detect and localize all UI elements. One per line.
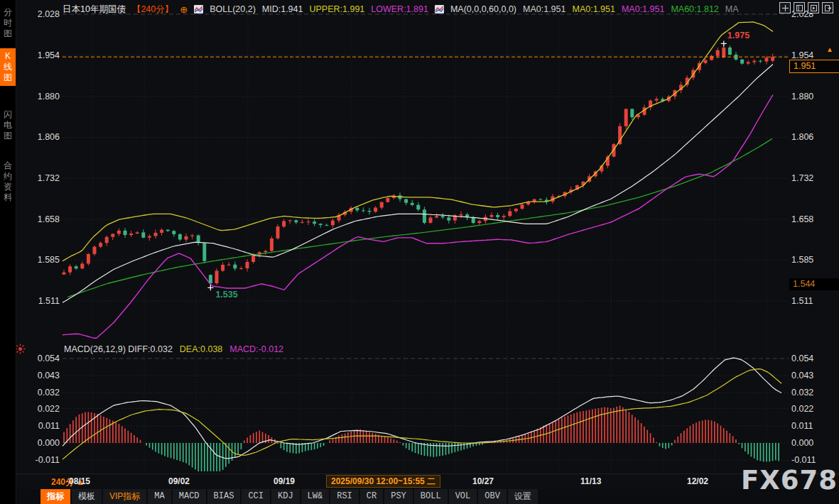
toolbar-btn-设置[interactable]: 设置 <box>508 489 538 504</box>
overlay-lines <box>63 22 773 338</box>
sidebar-tab-2[interactable]: K 线 图 <box>0 48 16 86</box>
toolbar-btn-VIP指标[interactable]: VIP指标 <box>103 489 146 504</box>
ma-value-4: MA60:1.812 <box>671 4 718 14</box>
indicator-burst-icon[interactable] <box>15 344 26 354</box>
price-tick-left-3: 1.806 <box>20 132 60 142</box>
price-tick-right-5: 1.658 <box>791 214 813 224</box>
trading-app-window: 分 时 图K 线 图闪 电 图合 约 资 料 日本10年期国债 【240分】 ⊕… <box>0 0 839 504</box>
date-label-1: 08/15 <box>69 476 90 486</box>
toolbar-btn-BOLL[interactable]: BOLL <box>414 489 448 504</box>
panel-left-icon[interactable] <box>794 2 805 13</box>
price-tick-left-6: 1.585 <box>20 255 60 265</box>
macd-tick-right-0: 0.054 <box>791 354 813 363</box>
sidebar-tab-1[interactable]: 分 时 图 <box>0 4 16 42</box>
macd-histogram <box>63 405 779 471</box>
ma-label: MA(0,0,0,60,0,0) <box>450 4 516 14</box>
price-tick-right-1: 1.954 <box>791 50 813 60</box>
price-tick-left-5: 1.658 <box>20 214 60 224</box>
boll-mid-value: MID:1.941 <box>262 4 303 14</box>
macd-tick-left-5: 0.000 <box>20 438 60 448</box>
toolbar-btn-模板[interactable]: 模板 <box>72 489 102 504</box>
high-price-annotation: 1.975 <box>727 31 749 40</box>
date-label-2: 09/02 <box>168 476 190 486</box>
toolbar-btn-LW&[interactable]: LW& <box>301 489 330 504</box>
boll-label: BOLL(20,2) <box>210 4 256 14</box>
ma-value-5: MA <box>725 4 739 14</box>
macd-diff-value: MACD(26,12,9) DIFF:0.032 <box>64 344 173 354</box>
date-label-5: 11/13 <box>580 476 601 486</box>
ma-values: MA0:1.951MA0:1.951MA0:1.951MA60:1.812MA <box>523 4 739 14</box>
date-label-3: 09/19 <box>274 476 295 486</box>
period-label: 【240分】 <box>132 4 173 16</box>
indicator-toolbar: 指标模板VIP指标MAMACDBIASCCIKDJLW&RSICRPSYBOLL… <box>0 489 839 504</box>
ma-indicator-icon[interactable] <box>435 5 444 13</box>
boll-indicator-icon[interactable] <box>194 5 203 13</box>
panel-out-icon[interactable] <box>822 2 833 13</box>
high-marker <box>721 40 727 46</box>
boll-lower-value: LOWER:1.891 <box>371 4 428 14</box>
indicator-legend-bar: 日本10年期国债 【240分】 ⊕ BOLL(20,2) MID:1.941 U… <box>63 3 739 16</box>
candles <box>63 43 775 287</box>
sidebar-tab-3[interactable]: 闪 电 图 <box>0 106 16 144</box>
low-price-annotation: 1.535 <box>215 290 237 300</box>
ma-value-2: MA0:1.951 <box>572 4 615 14</box>
date-label-4: 10/27 <box>472 476 494 486</box>
toolbar-btn-PSY[interactable]: PSY <box>384 489 413 504</box>
fx678-watermark: FX678 <box>741 465 838 495</box>
price-tick-right-3: 1.806 <box>791 132 813 142</box>
date-label-6: 12/02 <box>687 476 708 486</box>
macd-dea-value: DEA:0.038 <box>180 344 222 354</box>
macd-tick-left-0: 0.054 <box>20 354 60 363</box>
toolbar-btn-MACD[interactable]: MACD <box>173 489 206 504</box>
toolbar-btn-VOL[interactable]: VOL <box>449 489 477 504</box>
chart-type-sidebar: 分 时 图K 线 图闪 电 图合 约 资 料 <box>0 0 16 504</box>
toolbar-btn-CCI[interactable]: CCI <box>242 489 270 504</box>
chart-svg <box>0 0 839 504</box>
highlighted-time-range[interactable]: 2025/09/30 12:00~15:55 二 <box>326 475 440 488</box>
crosshair-icon[interactable] <box>779 2 791 13</box>
chart-canvas[interactable] <box>0 0 839 504</box>
macd-tick-left-3: 0.022 <box>20 404 60 414</box>
macd-tick-right-2: 0.032 <box>791 388 813 398</box>
low-price-box: 1.544 <box>789 278 839 290</box>
panel-play-icon[interactable] <box>808 2 819 13</box>
price-tick-right-6: 1.585 <box>791 255 813 265</box>
time-axis: 240分 ▲ 2025/09/30 12:00~15:55 二 08/1509/… <box>0 473 839 489</box>
macd-tick-right-4: 0.011 <box>791 421 813 431</box>
toolbar-btn-RSI[interactable]: RSI <box>330 489 359 504</box>
price-tick-left-7: 1.511 <box>20 296 60 306</box>
price-tick-right-4: 1.732 <box>791 173 813 183</box>
price-tick-left-4: 1.732 <box>20 173 60 183</box>
price-tick-right-2: 1.880 <box>791 92 813 102</box>
macd-tick-left-2: 0.032 <box>20 388 60 398</box>
toolbar-btn-CR[interactable]: CR <box>360 489 383 504</box>
macd-tick-right-6: -0.011 <box>791 455 816 465</box>
ma-value-3: MA0:1.951 <box>622 4 664 14</box>
macd-legend: MACD(26,12,9) DIFF:0.032 DEA:0.038 MACD:… <box>64 344 283 354</box>
toolbar-btn-KDJ[interactable]: KDJ <box>271 489 300 504</box>
macd-tick-left-4: 0.011 <box>20 421 60 431</box>
sidebar-tab-4[interactable]: 合 约 资 料 <box>0 158 16 206</box>
macd-tick-left-1: 0.043 <box>20 371 60 380</box>
price-tick-right-7: 1.511 <box>791 296 813 306</box>
toolbar-btn-MA[interactable]: MA <box>148 489 170 504</box>
toolbar-btn-指标[interactable]: 指标 <box>40 489 70 504</box>
macd-tick-right-1: 0.043 <box>791 371 813 380</box>
window-layout-icons <box>779 2 833 13</box>
macd-tick-left-6: -0.011 <box>20 455 60 465</box>
price-tick-left-1: 1.954 <box>20 50 60 60</box>
boll-upper-value: UPPER:1.991 <box>309 4 364 14</box>
macd-tick-right-5: 0.000 <box>791 438 813 448</box>
toolbar-btn-OBV[interactable]: OBV <box>478 489 507 504</box>
macd-hist-value: MACD:-0.012 <box>229 344 283 354</box>
price-tick-left-0: 2.028 <box>20 9 60 19</box>
ma-value-1: MA0:1.951 <box>523 4 565 14</box>
price-tick-left-2: 1.880 <box>20 92 60 102</box>
last-price-box: 1.951 <box>789 60 839 73</box>
instrument-title: 日本10年期国债 <box>63 4 126 16</box>
macd-tick-right-3: 0.022 <box>791 404 813 414</box>
zoom-in-icon[interactable]: ⊕ <box>180 4 188 15</box>
last-price-arrow-icon: ▲ <box>826 45 833 53</box>
toolbar-btn-BIAS[interactable]: BIAS <box>207 489 241 504</box>
